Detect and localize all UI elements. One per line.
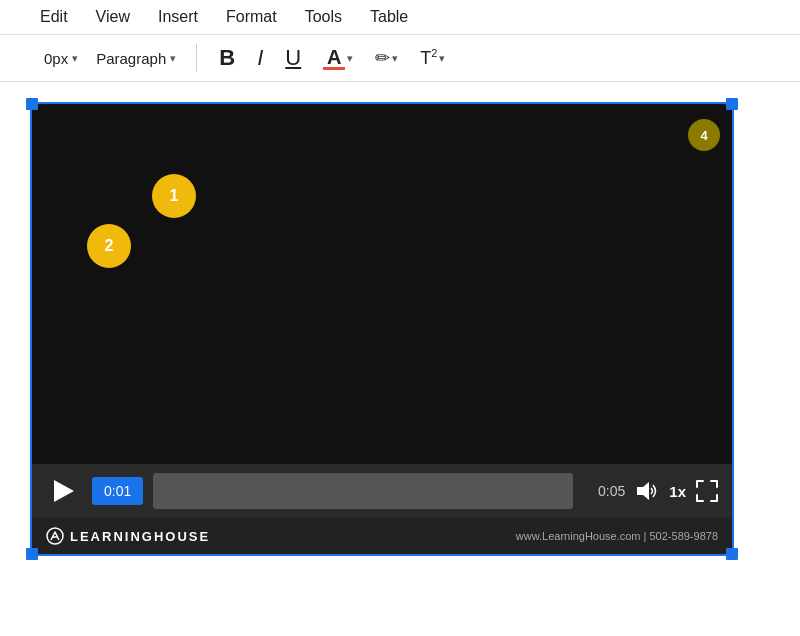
- font-color-icon: A: [323, 46, 345, 70]
- bold-button[interactable]: B: [213, 43, 241, 73]
- italic-button[interactable]: I: [251, 43, 269, 73]
- menu-tools[interactable]: Tools: [305, 8, 342, 26]
- menu-insert[interactable]: Insert: [158, 8, 198, 26]
- superscript-chevron: ▾: [439, 52, 445, 65]
- svg-marker-0: [637, 482, 649, 500]
- end-time: 0:05: [583, 483, 625, 499]
- svg-point-1: [47, 528, 63, 544]
- menu-table[interactable]: Table: [370, 8, 408, 26]
- indent-chevron: ▾: [72, 52, 78, 65]
- play-button[interactable]: [46, 473, 82, 509]
- menu-edit[interactable]: Edit: [40, 8, 68, 26]
- fullscreen-button[interactable]: [696, 480, 718, 502]
- progress-bar[interactable]: [153, 473, 573, 509]
- hotspot-1[interactable]: 1: [152, 174, 196, 218]
- paragraph-label: Paragraph: [96, 50, 166, 67]
- font-color-chevron: ▾: [347, 52, 353, 65]
- hotspot-4-label: 4: [700, 128, 707, 143]
- menu-bar: Edit View Insert Format Tools Table: [0, 0, 800, 35]
- resize-handle-tr[interactable]: [726, 98, 738, 110]
- hotspot-4[interactable]: 4: [688, 119, 720, 151]
- brand-logo: LEARNINGHOUSE: [46, 527, 210, 545]
- hotspot-2-label: 2: [105, 237, 114, 255]
- superscript-button[interactable]: T2 ▾: [414, 45, 451, 71]
- resize-handle-bl[interactable]: [26, 548, 38, 560]
- indent-value: 0px: [44, 50, 68, 67]
- brand-name: LEARNINGHOUSE: [70, 529, 210, 544]
- underline-button[interactable]: U: [279, 43, 307, 73]
- brand-logo-icon: [46, 527, 64, 545]
- video-screen: 1 2 4: [32, 104, 732, 464]
- play-icon: [54, 480, 74, 502]
- volume-icon: [635, 481, 659, 501]
- current-time: 0:01: [92, 477, 143, 505]
- hotspot-1-label: 1: [170, 187, 179, 205]
- hotspot-2[interactable]: 2: [87, 224, 131, 268]
- highlight-icon: ✏: [375, 47, 390, 69]
- toolbar-divider: [196, 44, 197, 72]
- highlight-button[interactable]: ✏ ▾: [369, 45, 404, 71]
- superscript-icon: T2: [420, 47, 437, 69]
- controls-bar: 0:01 0:05 1x: [32, 464, 732, 518]
- brand-contact: www.LearningHouse.com | 502-589-9878: [516, 530, 718, 542]
- highlight-chevron: ▾: [392, 52, 398, 65]
- toolbar: 0px ▾ Paragraph ▾ B I U A ▾ ✏ ▾ T2 ▾: [0, 35, 800, 82]
- resize-handle-tl[interactable]: [26, 98, 38, 110]
- fullscreen-icon: [696, 480, 718, 502]
- video-player: 1 2 4 0:01 0:05: [32, 104, 732, 554]
- volume-button[interactable]: [635, 481, 659, 501]
- content-area: 1 2 4 0:01 0:05: [0, 82, 800, 578]
- branding-bar: LEARNINGHOUSE www.LearningHouse.com | 50…: [32, 518, 732, 554]
- paragraph-chevron: ▾: [170, 52, 176, 65]
- speed-button[interactable]: 1x: [669, 483, 686, 500]
- menu-view[interactable]: View: [96, 8, 130, 26]
- resize-handle-br[interactable]: [726, 548, 738, 560]
- video-wrapper: 1 2 4 0:01 0:05: [30, 102, 734, 556]
- font-color-button[interactable]: A ▾: [317, 44, 359, 72]
- paragraph-dropdown[interactable]: Paragraph ▾: [92, 48, 180, 69]
- menu-format[interactable]: Format: [226, 8, 277, 26]
- indent-dropdown[interactable]: 0px ▾: [40, 48, 82, 69]
